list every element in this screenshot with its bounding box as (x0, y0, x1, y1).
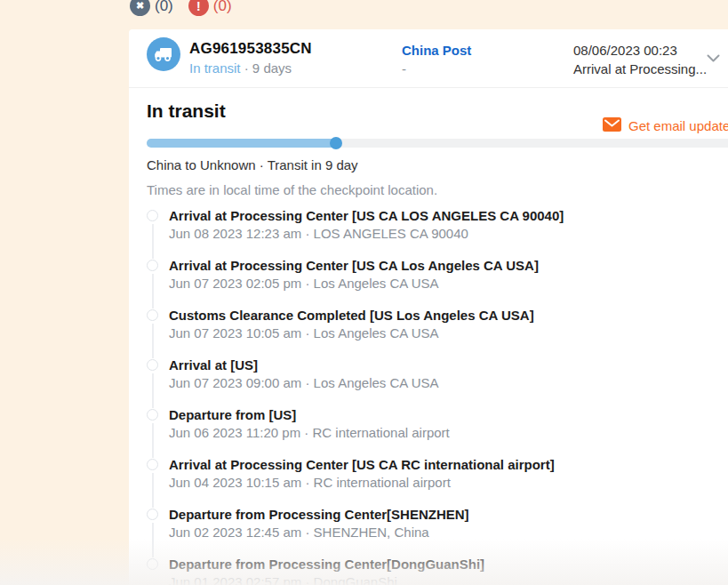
event-marker-icon (147, 459, 158, 470)
last-update-time: 08/06/2023 00:23 (573, 41, 707, 60)
timeline-event: Arrival at [US] Jun 07 2023 09:00 am · L… (147, 357, 728, 406)
last-update-block: 08/06/2023 00:23 Arrival at Processing..… (573, 41, 707, 78)
timeline-event: Arrival at Processing Center [US CA Los … (147, 257, 728, 307)
mail-icon (603, 117, 621, 134)
badge-alert[interactable]: ! (0) (188, 0, 232, 16)
timeline-event: Departure from Processing Center[SHENZHE… (147, 506, 728, 556)
badge-expired-count: (0) (155, 0, 173, 15)
event-title: Departure from Processing Center[SHENZHE… (169, 506, 728, 524)
event-meta: Jun 07 2023 02:05 pm · Los Angeles CA US… (169, 275, 728, 292)
event-title: Arrival at [US] (169, 357, 728, 374)
event-title: Departure from [US] (169, 406, 728, 424)
timeline-event: Arrival at Processing Center [US CA RC i… (147, 456, 728, 506)
event-meta: Jun 01 2023 02:57 pm · DongGuanShi (169, 573, 728, 585)
status-line: In transit · 9 days (189, 59, 312, 78)
truck-avatar-icon (147, 37, 180, 71)
timezone-note: Times are in local time of the checkpoin… (147, 180, 728, 199)
event-marker-icon (147, 359, 158, 371)
timeline-event: Departure from [US] Jun 06 2023 11:20 pm… (147, 406, 728, 456)
event-marker-icon (147, 558, 158, 570)
event-meta: Jun 07 2023 10:05 am · Los Angeles CA US… (169, 325, 728, 342)
progress-dot (330, 137, 342, 149)
event-title: Arrival at Processing Center [US CA Los … (169, 257, 728, 275)
carrier-block: China Post - (402, 41, 471, 78)
status-days: · 9 days (244, 60, 292, 76)
event-marker-icon (147, 509, 158, 520)
tracking-title-block: AG961953835CN In transit · 9 days (189, 38, 312, 78)
event-title: Customs Clearance Completed [US Los Ange… (169, 307, 728, 325)
event-marker-icon (147, 260, 158, 271)
route-summary: China to Unknown · Transit in 9 day (147, 156, 728, 174)
events-timeline: Arrival at Processing Center [US CA LOS … (147, 207, 728, 585)
progress-bar (147, 139, 728, 148)
email-updates-link[interactable]: Get email updates (603, 117, 728, 134)
chevron-down-icon[interactable] (707, 51, 720, 67)
carrier-sub: - (402, 60, 471, 78)
carrier-link[interactable]: China Post (402, 41, 471, 60)
last-update-event: Arrival at Processing... (573, 60, 707, 78)
tracking-number[interactable]: AG961953835CN (189, 38, 312, 59)
event-marker-icon (147, 210, 158, 221)
tracking-card-header[interactable]: AG961953835CN In transit · 9 days China … (129, 29, 728, 88)
event-meta: Jun 07 2023 09:00 am · Los Angeles CA US… (169, 374, 728, 392)
event-meta: Jun 08 2023 12:23 am · LOS ANGELES CA 90… (169, 225, 728, 243)
timeline-event: Departure from Processing Center[DongGua… (147, 556, 728, 585)
alert-badges: ✖ (0) ! (0) (130, 0, 232, 16)
tracking-detail: In transit Get email updates China to Un… (129, 98, 728, 585)
asterisk-circle-icon: ✖ (130, 0, 150, 16)
badge-expired[interactable]: ✖ (0) (130, 0, 173, 16)
event-title: Arrival at Processing Center [US CA LOS … (169, 207, 728, 225)
event-meta: Jun 04 2023 10:15 am · RC international … (169, 474, 728, 492)
tracking-card: AG961953835CN In transit · 9 days China … (129, 29, 728, 585)
email-updates-label: Get email updates (628, 118, 728, 133)
event-meta: Jun 06 2023 11:20 pm · RC international … (169, 424, 728, 442)
event-marker-icon (147, 309, 158, 321)
badge-alert-count: (0) (213, 0, 232, 15)
exclamation-circle-icon: ! (188, 0, 209, 16)
event-title: Arrival at Processing Center [US CA RC i… (169, 456, 728, 474)
event-meta: Jun 02 2023 12:45 am · SHENZHEN, China (169, 524, 728, 541)
event-title: Departure from Processing Center[DongGua… (169, 556, 728, 573)
timeline-event: Arrival at Processing Center [US CA LOS … (147, 207, 728, 257)
status-label: In transit (189, 60, 241, 76)
timeline-event: Customs Clearance Completed [US Los Ange… (147, 307, 728, 357)
progress-fill (147, 139, 340, 148)
event-marker-icon (147, 409, 158, 421)
